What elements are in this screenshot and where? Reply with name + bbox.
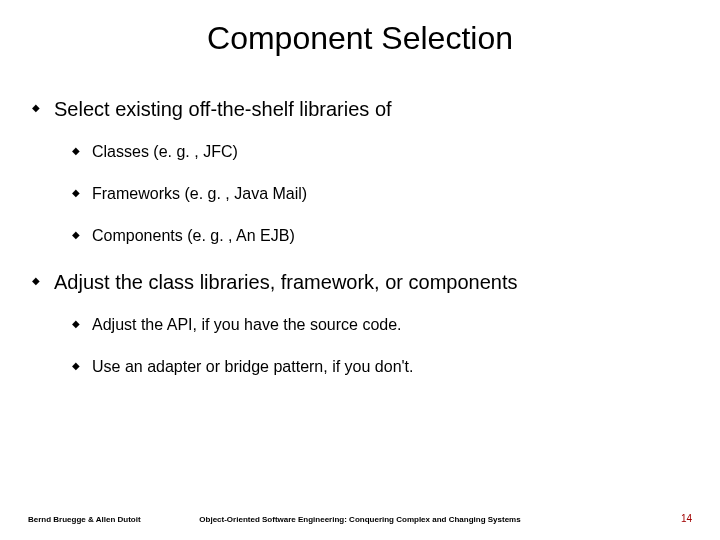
bullet-group: Classes (e. g. , JFC) Frameworks (e. g. … <box>72 143 688 245</box>
bullet-level2: Classes (e. g. , JFC) <box>72 143 688 161</box>
bullet-level2: Frameworks (e. g. , Java Mail) <box>72 185 688 203</box>
slide-content: Select existing off-the-shelf libraries … <box>32 98 688 402</box>
bullet-level2: Adjust the API, if you have the source c… <box>72 316 688 334</box>
bullet-level1: Adjust the class libraries, framework, o… <box>32 271 688 294</box>
bullet-level2: Components (e. g. , An EJB) <box>72 227 688 245</box>
page-number: 14 <box>681 513 692 524</box>
bullet-level1: Select existing off-the-shelf libraries … <box>32 98 688 121</box>
footer-title: Object-Oriented Software Engineering: Co… <box>0 515 720 524</box>
slide-title: Component Selection <box>0 20 720 57</box>
bullet-level2: Use an adapter or bridge pattern, if you… <box>72 358 688 376</box>
slide: Component Selection Select existing off-… <box>0 0 720 540</box>
bullet-group: Adjust the API, if you have the source c… <box>72 316 688 376</box>
